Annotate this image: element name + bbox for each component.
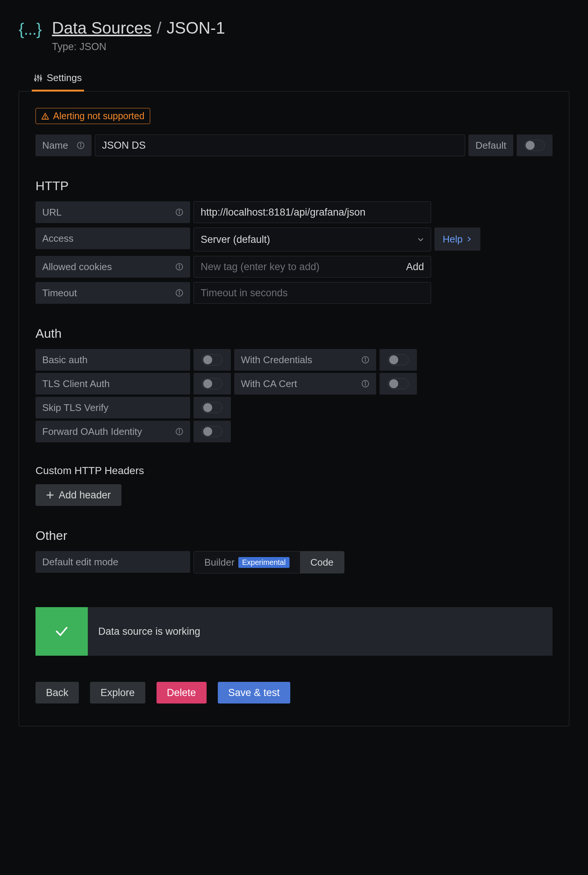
delete-button[interactable]: Delete [156,682,207,704]
default-edit-mode-label: Default edit mode [36,551,190,573]
name-input[interactable] [102,140,458,151]
back-button[interactable]: Back [36,682,79,704]
skip-tls-verify-toggle[interactable] [194,397,231,419]
auth-heading: Auth [36,326,552,341]
explore-button[interactable]: Explore [90,682,146,704]
edit-mode-code[interactable]: Code [300,551,344,573]
status-message: Data source is working [88,626,211,637]
tab-label: Settings [47,72,82,84]
basic-auth-label: Basic auth [36,349,190,371]
json-braces-icon: {...} [19,19,42,38]
add-tag-button[interactable]: Add [406,261,424,273]
default-label: Default [468,135,513,156]
default-toggle[interactable] [517,135,552,156]
edit-mode-builder[interactable]: Builder Experimental [194,551,300,573]
svg-point-28 [179,430,180,431]
timeout-input-wrapper[interactable] [194,282,431,304]
with-credentials-label: With Credentials [234,349,376,371]
name-label: Name [36,135,92,156]
edit-mode-segmented: Builder Experimental Code [194,551,344,573]
tls-client-auth-label: TLS Client Auth [36,373,190,395]
allowed-cookies-label: Allowed cookies [36,256,190,278]
info-icon[interactable] [361,356,369,364]
forward-oauth-label: Forward OAuth Identity [36,421,190,442]
chevron-right-icon [466,236,472,242]
tls-client-auth-toggle[interactable] [194,373,231,395]
svg-point-22 [365,358,366,359]
info-icon[interactable] [175,263,183,271]
http-heading: HTTP [36,179,552,193]
svg-point-19 [179,291,180,292]
timeout-label: Timeout [36,282,190,304]
breadcrumb: Data Sources / JSON-1 [52,19,225,38]
add-header-button[interactable]: Add header [36,484,122,506]
name-input-wrapper[interactable] [95,135,465,156]
with-ca-cert-label: With CA Cert [234,373,376,395]
save-test-button[interactable]: Save & test [218,682,290,704]
plus-icon [46,491,54,499]
info-icon[interactable] [76,141,85,149]
svg-point-13 [179,210,180,211]
svg-point-1 [34,78,36,80]
with-credentials-toggle[interactable] [380,349,417,371]
svg-point-25 [365,382,366,383]
svg-point-10 [80,144,81,144]
access-select[interactable]: Server (default) [194,228,431,251]
svg-point-7 [45,118,46,119]
check-icon [36,607,88,656]
url-input-wrapper[interactable] [194,201,431,223]
svg-point-5 [40,78,42,79]
basic-auth-toggle[interactable] [194,349,231,371]
help-button[interactable]: Help [435,228,480,251]
experimental-badge: Experimental [238,557,290,568]
status-banner: Data source is working [36,607,552,656]
info-icon[interactable] [175,208,183,216]
allowed-cookies-input[interactable]: Add [194,256,431,278]
custom-headers-heading: Custom HTTP Headers [36,465,552,477]
svg-point-3 [38,76,39,77]
info-icon[interactable] [175,428,183,436]
info-icon[interactable] [175,289,183,297]
chevron-down-icon [417,236,424,243]
access-label: Access [36,228,190,249]
breadcrumb-root-link[interactable]: Data Sources [52,19,152,38]
warning-icon [41,112,49,120]
sliders-icon [34,74,42,82]
alerting-not-supported-badge: Alerting not supported [36,108,150,124]
info-icon[interactable] [361,380,369,388]
other-heading: Other [36,528,552,543]
svg-point-16 [179,265,180,266]
breadcrumb-current: JSON-1 [166,19,225,38]
skip-tls-verify-label: Skip TLS Verify [36,397,190,419]
url-label: URL [36,201,190,223]
with-ca-cert-toggle[interactable] [380,373,417,395]
url-input[interactable] [201,207,424,218]
tab-settings[interactable]: Settings [32,68,84,92]
timeout-input[interactable] [201,287,424,299]
forward-oauth-toggle[interactable] [194,421,231,442]
